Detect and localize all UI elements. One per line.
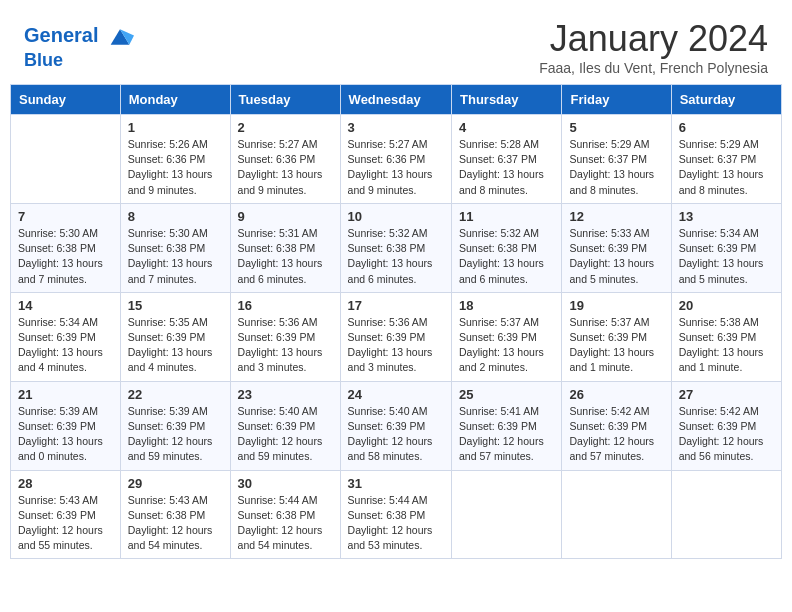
day-number: 1 bbox=[128, 120, 223, 135]
calendar-cell: 21Sunrise: 5:39 AM Sunset: 6:39 PM Dayli… bbox=[11, 381, 121, 470]
calendar-cell: 10Sunrise: 5:32 AM Sunset: 6:38 PM Dayli… bbox=[340, 203, 451, 292]
day-number: 13 bbox=[679, 209, 774, 224]
day-info: Sunrise: 5:30 AM Sunset: 6:38 PM Dayligh… bbox=[18, 226, 113, 287]
day-number: 24 bbox=[348, 387, 444, 402]
calendar-cell bbox=[562, 470, 671, 559]
day-info: Sunrise: 5:30 AM Sunset: 6:38 PM Dayligh… bbox=[128, 226, 223, 287]
weekday-header-sunday: Sunday bbox=[11, 85, 121, 115]
weekday-header-friday: Friday bbox=[562, 85, 671, 115]
calendar-week-5: 28Sunrise: 5:43 AM Sunset: 6:39 PM Dayli… bbox=[11, 470, 782, 559]
calendar-cell: 9Sunrise: 5:31 AM Sunset: 6:38 PM Daylig… bbox=[230, 203, 340, 292]
day-number: 31 bbox=[348, 476, 444, 491]
page-header: General Blue January 2024 Faaa, Iles du … bbox=[0, 0, 792, 84]
day-info: Sunrise: 5:40 AM Sunset: 6:39 PM Dayligh… bbox=[238, 404, 333, 465]
month-title: January 2024 bbox=[539, 18, 768, 60]
weekday-header-tuesday: Tuesday bbox=[230, 85, 340, 115]
day-number: 26 bbox=[569, 387, 663, 402]
day-number: 11 bbox=[459, 209, 554, 224]
day-number: 25 bbox=[459, 387, 554, 402]
day-info: Sunrise: 5:35 AM Sunset: 6:39 PM Dayligh… bbox=[128, 315, 223, 376]
calendar-cell: 20Sunrise: 5:38 AM Sunset: 6:39 PM Dayli… bbox=[671, 292, 781, 381]
logo-text: General bbox=[24, 23, 134, 51]
day-number: 4 bbox=[459, 120, 554, 135]
calendar-cell: 6Sunrise: 5:29 AM Sunset: 6:37 PM Daylig… bbox=[671, 115, 781, 204]
day-info: Sunrise: 5:29 AM Sunset: 6:37 PM Dayligh… bbox=[569, 137, 663, 198]
calendar-cell: 3Sunrise: 5:27 AM Sunset: 6:36 PM Daylig… bbox=[340, 115, 451, 204]
day-info: Sunrise: 5:39 AM Sunset: 6:39 PM Dayligh… bbox=[18, 404, 113, 465]
day-info: Sunrise: 5:36 AM Sunset: 6:39 PM Dayligh… bbox=[348, 315, 444, 376]
calendar-cell: 24Sunrise: 5:40 AM Sunset: 6:39 PM Dayli… bbox=[340, 381, 451, 470]
day-info: Sunrise: 5:37 AM Sunset: 6:39 PM Dayligh… bbox=[569, 315, 663, 376]
calendar-cell: 28Sunrise: 5:43 AM Sunset: 6:39 PM Dayli… bbox=[11, 470, 121, 559]
calendar-cell: 19Sunrise: 5:37 AM Sunset: 6:39 PM Dayli… bbox=[562, 292, 671, 381]
calendar-cell: 7Sunrise: 5:30 AM Sunset: 6:38 PM Daylig… bbox=[11, 203, 121, 292]
day-info: Sunrise: 5:44 AM Sunset: 6:38 PM Dayligh… bbox=[348, 493, 444, 554]
day-info: Sunrise: 5:29 AM Sunset: 6:37 PM Dayligh… bbox=[679, 137, 774, 198]
calendar-cell: 23Sunrise: 5:40 AM Sunset: 6:39 PM Dayli… bbox=[230, 381, 340, 470]
calendar-cell: 14Sunrise: 5:34 AM Sunset: 6:39 PM Dayli… bbox=[11, 292, 121, 381]
day-number: 6 bbox=[679, 120, 774, 135]
location-subtitle: Faaa, Iles du Vent, French Polynesia bbox=[539, 60, 768, 76]
day-info: Sunrise: 5:27 AM Sunset: 6:36 PM Dayligh… bbox=[238, 137, 333, 198]
day-info: Sunrise: 5:32 AM Sunset: 6:38 PM Dayligh… bbox=[459, 226, 554, 287]
calendar-week-3: 14Sunrise: 5:34 AM Sunset: 6:39 PM Dayli… bbox=[11, 292, 782, 381]
day-info: Sunrise: 5:28 AM Sunset: 6:37 PM Dayligh… bbox=[459, 137, 554, 198]
day-number: 3 bbox=[348, 120, 444, 135]
day-info: Sunrise: 5:42 AM Sunset: 6:39 PM Dayligh… bbox=[679, 404, 774, 465]
day-number: 19 bbox=[569, 298, 663, 313]
day-number: 20 bbox=[679, 298, 774, 313]
calendar-cell: 29Sunrise: 5:43 AM Sunset: 6:38 PM Dayli… bbox=[120, 470, 230, 559]
day-number: 17 bbox=[348, 298, 444, 313]
calendar-cell: 2Sunrise: 5:27 AM Sunset: 6:36 PM Daylig… bbox=[230, 115, 340, 204]
day-info: Sunrise: 5:34 AM Sunset: 6:39 PM Dayligh… bbox=[18, 315, 113, 376]
day-number: 23 bbox=[238, 387, 333, 402]
day-number: 15 bbox=[128, 298, 223, 313]
day-number: 27 bbox=[679, 387, 774, 402]
calendar-week-2: 7Sunrise: 5:30 AM Sunset: 6:38 PM Daylig… bbox=[11, 203, 782, 292]
day-number: 21 bbox=[18, 387, 113, 402]
day-number: 29 bbox=[128, 476, 223, 491]
day-number: 28 bbox=[18, 476, 113, 491]
weekday-header-wednesday: Wednesday bbox=[340, 85, 451, 115]
day-number: 5 bbox=[569, 120, 663, 135]
calendar-week-4: 21Sunrise: 5:39 AM Sunset: 6:39 PM Dayli… bbox=[11, 381, 782, 470]
day-info: Sunrise: 5:41 AM Sunset: 6:39 PM Dayligh… bbox=[459, 404, 554, 465]
calendar-cell: 22Sunrise: 5:39 AM Sunset: 6:39 PM Dayli… bbox=[120, 381, 230, 470]
weekday-header-saturday: Saturday bbox=[671, 85, 781, 115]
logo-blue: Blue bbox=[24, 51, 134, 71]
calendar-cell: 16Sunrise: 5:36 AM Sunset: 6:39 PM Dayli… bbox=[230, 292, 340, 381]
calendar-cell: 15Sunrise: 5:35 AM Sunset: 6:39 PM Dayli… bbox=[120, 292, 230, 381]
day-info: Sunrise: 5:43 AM Sunset: 6:39 PM Dayligh… bbox=[18, 493, 113, 554]
calendar-cell: 5Sunrise: 5:29 AM Sunset: 6:37 PM Daylig… bbox=[562, 115, 671, 204]
day-number: 7 bbox=[18, 209, 113, 224]
day-info: Sunrise: 5:39 AM Sunset: 6:39 PM Dayligh… bbox=[128, 404, 223, 465]
day-info: Sunrise: 5:38 AM Sunset: 6:39 PM Dayligh… bbox=[679, 315, 774, 376]
calendar-cell bbox=[452, 470, 562, 559]
day-info: Sunrise: 5:27 AM Sunset: 6:36 PM Dayligh… bbox=[348, 137, 444, 198]
calendar-cell: 13Sunrise: 5:34 AM Sunset: 6:39 PM Dayli… bbox=[671, 203, 781, 292]
calendar-cell: 25Sunrise: 5:41 AM Sunset: 6:39 PM Dayli… bbox=[452, 381, 562, 470]
weekday-header-monday: Monday bbox=[120, 85, 230, 115]
day-number: 8 bbox=[128, 209, 223, 224]
calendar-cell: 8Sunrise: 5:30 AM Sunset: 6:38 PM Daylig… bbox=[120, 203, 230, 292]
calendar-cell: 26Sunrise: 5:42 AM Sunset: 6:39 PM Dayli… bbox=[562, 381, 671, 470]
day-info: Sunrise: 5:33 AM Sunset: 6:39 PM Dayligh… bbox=[569, 226, 663, 287]
logo: General Blue bbox=[24, 23, 134, 71]
calendar-cell: 17Sunrise: 5:36 AM Sunset: 6:39 PM Dayli… bbox=[340, 292, 451, 381]
day-info: Sunrise: 5:37 AM Sunset: 6:39 PM Dayligh… bbox=[459, 315, 554, 376]
day-info: Sunrise: 5:31 AM Sunset: 6:38 PM Dayligh… bbox=[238, 226, 333, 287]
day-number: 22 bbox=[128, 387, 223, 402]
calendar-cell bbox=[11, 115, 121, 204]
day-info: Sunrise: 5:44 AM Sunset: 6:38 PM Dayligh… bbox=[238, 493, 333, 554]
day-number: 30 bbox=[238, 476, 333, 491]
day-number: 12 bbox=[569, 209, 663, 224]
day-number: 2 bbox=[238, 120, 333, 135]
calendar-container: SundayMondayTuesdayWednesdayThursdayFrid… bbox=[0, 84, 792, 569]
calendar-table: SundayMondayTuesdayWednesdayThursdayFrid… bbox=[10, 84, 782, 559]
day-number: 9 bbox=[238, 209, 333, 224]
calendar-cell: 30Sunrise: 5:44 AM Sunset: 6:38 PM Dayli… bbox=[230, 470, 340, 559]
day-info: Sunrise: 5:26 AM Sunset: 6:36 PM Dayligh… bbox=[128, 137, 223, 198]
day-number: 14 bbox=[18, 298, 113, 313]
day-info: Sunrise: 5:42 AM Sunset: 6:39 PM Dayligh… bbox=[569, 404, 663, 465]
calendar-cell: 4Sunrise: 5:28 AM Sunset: 6:37 PM Daylig… bbox=[452, 115, 562, 204]
